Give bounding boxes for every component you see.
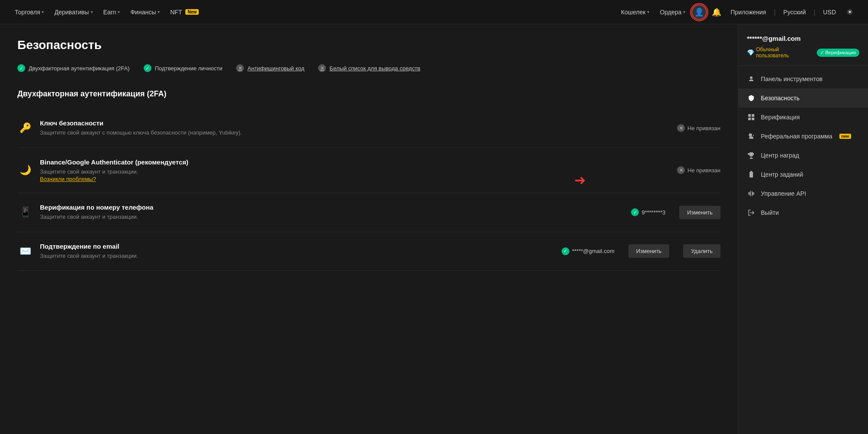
api-icon [747,189,756,198]
diamond-icon: 💎 [747,49,754,56]
sidebar-tasks-label: Центр заданий [761,171,803,178]
navbar: Торговля ▾ Деривативы ▾ Earn ▾ Финансы ▾… [0,0,868,24]
nav-finance-label: Финансы [130,9,156,16]
nav-earn[interactable]: Earn ▾ [99,5,125,19]
authenticator-status: ✕ Не привязан [677,166,720,174]
svg-rect-3 [752,118,754,120]
nav-wallet-label: Кошелек [621,9,646,16]
sidebar-logout-label: Выйти [761,209,779,216]
phone-title: Верификация по номеру телефона [40,204,624,211]
email-title: Подтверждение по email [40,243,555,250]
nav-derivatives-chevron: ▾ [91,10,93,14]
main-layout: Безопасность ✓ Двухфакторная аутентифика… [0,24,868,434]
sidebar-item-api[interactable]: Управление API [738,184,868,203]
svg-rect-1 [752,114,754,117]
sidebar-badges: 💎 Обычный пользователь ✓ Верификация [747,46,859,59]
theme-icon: ☀ [846,7,853,17]
sidebar-security-label: Безопасность [761,95,799,102]
sidebar-item-referral[interactable]: Реферальная программа new [738,127,868,146]
status-2fa: ✓ Двухфакторная аутентификация (2FA) [17,64,130,72]
status-antiphishing[interactable]: ✕ Антифишинговый код [236,64,304,72]
email-status: ✓ *****@gmail.com Изменить Удалить [562,244,720,258]
people-plus-icon [747,132,756,141]
authenticator-problem-link[interactable]: Возникли проблемы? [40,176,670,182]
trophy-icon [747,151,756,160]
nav-right: Кошелек ▾ Ордера ▾ 👤 🔔 Приложения | Русс… [617,4,858,20]
status-whitelist[interactable]: ✕ Белый список для вывода средств [318,64,420,72]
email-item: ✉️ Подтверждение по email Защитите свой … [17,232,720,271]
sidebar-item-dashboard[interactable]: Панель инструментов [738,69,868,89]
check-icon-email: ✓ [562,247,569,255]
sidebar-item-security[interactable]: Безопасность [738,89,868,108]
status-2fa-label: Двухфакторная аутентификация (2FA) [29,65,130,72]
page-title: Безопасность [17,38,720,52]
profile-icon: 👤 [694,7,704,17]
phone-status-label: 9********3 [641,209,665,216]
nav-derivatives[interactable]: Деривативы ▾ [50,5,97,19]
email-status-label: *****@gmail.com [572,248,615,254]
check-icon-phone: ✓ [631,208,639,216]
user-type-label: Обычный пользователь [756,46,813,59]
nav-currency[interactable]: USD [819,5,840,19]
email-icon: ✉️ [17,243,33,259]
security-key-icon: 🔑 [17,120,33,136]
authenticator-status-label: Не привязан [687,167,720,174]
phone-status: ✓ 9********3 Изменить [631,206,720,219]
person-icon [747,75,756,83]
authenticator-item: 🌙 Binance/Google Authenticator (рекоменд… [17,148,720,194]
x-icon-key: ✕ [677,124,685,132]
email-change-button[interactable]: Изменить [628,244,670,258]
nav-orders[interactable]: Ордера ▾ [655,5,690,19]
theme-toggle-button[interactable]: ☀ [842,4,858,20]
status-identity: ✓ Подтверждение личности [144,64,223,72]
profile-icon-button[interactable]: 👤 [691,4,707,20]
email-linked: ✓ *****@gmail.com [562,247,615,255]
sidebar-item-tasks[interactable]: Центр заданий [738,165,868,184]
sidebar-item-rewards[interactable]: Центр наград [738,146,868,165]
logout-icon [747,208,756,217]
notifications-button[interactable]: 🔔 [709,4,724,20]
svg-rect-0 [748,114,751,117]
authenticator-desc: Защитите свой аккаунт и транзакции. [40,168,670,176]
nav-orders-label: Ордера [660,9,681,16]
sidebar-email-section: ******@gmail.com 💎 Обычный пользователь … [738,35,868,66]
phone-item: 📱 Верификация по номеру телефона Защитит… [17,193,720,232]
sidebar-item-logout[interactable]: Выйти [738,203,868,222]
nav-earn-label: Earn [103,9,116,16]
nav-lang-label: Русский [783,9,806,16]
status-whitelist-label: Белый список для вывода средств [329,65,420,72]
check-icon-verified: ✓ [820,50,824,56]
phone-icon: 📱 [17,204,33,220]
security-key-item: 🔑 Ключ безопасности Защитите свой аккаун… [17,109,720,148]
phone-change-button[interactable]: Изменить [679,206,720,219]
authenticator-title: Binance/Google Authenticator (рекомендуе… [40,158,670,166]
sidebar-item-verification[interactable]: Верификация [738,108,868,127]
check-icon-identity: ✓ [144,64,151,72]
nav-wallet[interactable]: Кошелек ▾ [617,5,654,19]
nav-apps[interactable]: Приложения [726,5,770,19]
clipboard-icon [747,170,756,179]
nav-finance[interactable]: Финансы ▾ [126,5,164,19]
shield-icon [747,94,756,102]
svg-rect-2 [748,118,751,120]
nav-earn-chevron: ▾ [118,10,120,14]
nav-divider-2: | [812,9,817,16]
main-content: Безопасность ✓ Двухфакторная аутентифика… [0,24,738,434]
sidebar-email-address: ******@gmail.com [747,35,859,42]
nav-trading-chevron: ▾ [42,10,44,14]
twofa-section-title: Двухфакторная аутентификация (2FA) [17,89,720,99]
check-icon-2fa: ✓ [17,64,25,72]
nav-divider-1: | [772,9,777,16]
nav-lang[interactable]: Русский [779,5,810,19]
phone-linked: ✓ 9********3 [631,208,665,216]
security-key-status-label: Не привязан [687,125,720,132]
nav-nft[interactable]: NFT New [166,5,203,19]
email-desc: Защитите свой аккаунт и транзакции. [40,252,555,260]
x-icon-antiphishing: ✕ [236,64,244,72]
email-delete-button[interactable]: Удалить [683,244,720,258]
nav-currency-label: USD [823,9,836,16]
nav-wallet-chevron: ▾ [647,10,649,14]
verified-badge: ✓ Верификация [817,49,860,57]
nav-trading[interactable]: Торговля ▾ [10,5,48,19]
grid-icon [747,113,756,122]
